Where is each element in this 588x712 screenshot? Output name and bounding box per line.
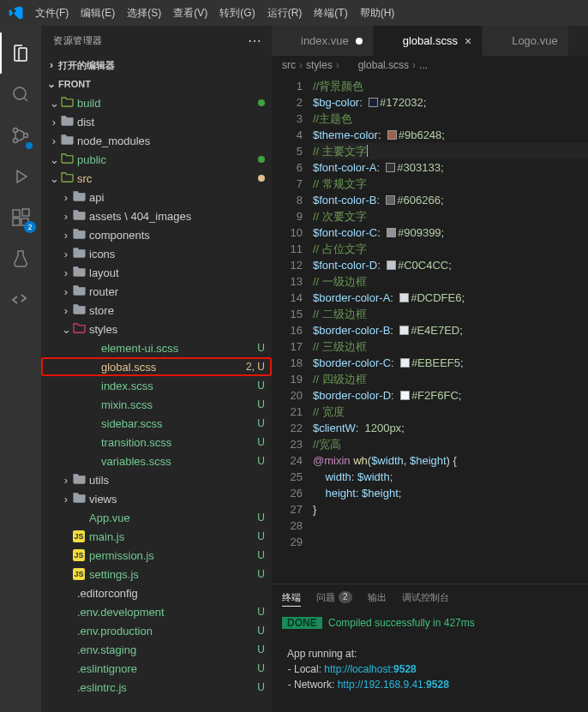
section-workspace[interactable]: ⌄ FRONT [41, 75, 272, 93]
git-status-badge: U [257, 568, 265, 580]
tree-folder[interactable]: ⌄build [41, 93, 272, 112]
tree-folder[interactable]: ›store [41, 301, 272, 320]
panel-tab[interactable]: 问题2 [316, 591, 352, 604]
color-swatch-icon [399, 326, 409, 335]
tree-file[interactable]: .eslintrc.jsU [41, 678, 272, 697]
menu-item[interactable]: 选择(S) [121, 7, 167, 19]
terminal-output[interactable]: DONE Compiled successfully in 427ms App … [272, 610, 588, 712]
menu-bar: 文件(F)编辑(E)选择(S)查看(V)转到(G)运行(R)终端(T)帮助(H) [0, 0, 588, 26]
folder-icon [73, 247, 86, 260]
code-editor[interactable]: 1234567891011121314151617181920212223242… [272, 75, 588, 583]
folder-icon [73, 322, 86, 336]
tree-label: element-ui.scss [101, 342, 254, 355]
breadcrumbs[interactable]: src›styles›sglobal.scss›... [272, 56, 588, 75]
tree-file[interactable]: stransition.scssU [41, 433, 272, 452]
tree-folder[interactable]: ⌄public [41, 150, 272, 169]
activity-explorer[interactable] [0, 33, 41, 74]
tree-label: dist [77, 116, 265, 129]
tree-folder[interactable]: ›utils [41, 470, 272, 489]
breadcrumb-item[interactable]: src [282, 59, 296, 71]
panel-tab[interactable]: 终端 [282, 591, 301, 607]
tree-file[interactable]: smixin.scssU [41, 395, 272, 414]
sidebar-header: 资源管理器 ⋯ [41, 26, 272, 56]
tree-label: App.vue [89, 512, 254, 524]
tree-label: node_modules [77, 135, 265, 147]
activity-debug[interactable] [0, 156, 41, 197]
breadcrumb-item[interactable]: styles [306, 59, 333, 71]
panel-tab[interactable]: 调试控制台 [402, 591, 449, 604]
tree-folder[interactable]: ›components [41, 225, 272, 244]
tree-folder[interactable]: ›assets \ 404_images [41, 206, 272, 225]
close-icon[interactable]: × [465, 34, 471, 48]
tree-label: variables.scss [101, 455, 254, 468]
color-swatch-icon [400, 358, 410, 368]
tree-file[interactable]: selement-ui.scssU [41, 338, 272, 357]
tree-folder[interactable]: ›layout [41, 263, 272, 282]
menu-item[interactable]: 终端(T) [308, 7, 353, 19]
chevron-right-icon: › [60, 248, 72, 260]
tree-file[interactable]: .eslintignoreU [41, 659, 272, 678]
chevron-right-icon: › [60, 210, 72, 223]
activity-testing[interactable] [0, 238, 41, 279]
breadcrumb-item[interactable]: global.scss [358, 59, 409, 71]
line-gutter: 1234567891011121314151617181920212223242… [272, 75, 313, 583]
file-tree[interactable]: ⌄build›dist›node_modules⌄public⌄src›api›… [41, 93, 272, 712]
tree-folder[interactable]: ›api [41, 188, 272, 206]
tree-label: .env.staging [77, 643, 254, 656]
tree-folder[interactable]: ⌄src [41, 169, 272, 188]
tree-folder[interactable]: ›node_modules [41, 131, 272, 150]
badge: 2 [24, 221, 36, 233]
git-status-badge: U [257, 662, 265, 674]
tree-file[interactable]: sglobal.scss2, U [41, 357, 272, 376]
breadcrumb-item[interactable]: ... [419, 59, 428, 71]
chevron-right-icon: › [60, 229, 72, 242]
tree-label: index.scss [101, 380, 254, 392]
code-text[interactable]: //背景颜色$bg-color: #172032;//主题色$theme-col… [313, 75, 588, 583]
chevron-down-icon: ⌄ [48, 153, 60, 166]
tree-folder[interactable]: ›icons [41, 244, 272, 263]
tree-folder[interactable]: ›dist [41, 112, 272, 131]
tree-file[interactable]: .env.stagingU [41, 640, 272, 659]
tree-file[interactable]: ssidebar.scssU [41, 414, 272, 433]
editor-area: index.vuesglobal.scss×Logo.vue src›style… [272, 26, 588, 712]
js-icon: JS [73, 549, 85, 561]
menu-item[interactable]: 编辑(E) [75, 7, 121, 19]
color-swatch-icon [399, 293, 409, 302]
svg-rect-7 [22, 209, 29, 216]
activity-search[interactable] [0, 74, 41, 115]
svg-rect-5 [13, 218, 20, 225]
activity-extensions[interactable]: 2 [0, 197, 41, 238]
tree-folder[interactable]: ⌄styles [41, 320, 272, 338]
tree-file[interactable]: svariables.scssU [41, 452, 272, 470]
git-status-badge: U [257, 417, 265, 429]
panel-tab[interactable]: 输出 [368, 591, 387, 604]
menu-item[interactable]: 帮助(H) [354, 7, 401, 19]
menu-item[interactable]: 查看(V) [167, 7, 213, 19]
tree-file[interactable]: JSpermission.jsU [41, 546, 272, 565]
tree-label: public [77, 153, 258, 166]
editor-tab[interactable]: index.vue [272, 26, 374, 56]
activity-remote[interactable] [0, 279, 41, 320]
menu-item[interactable]: 转到(G) [213, 7, 261, 19]
tree-folder[interactable]: ›router [41, 282, 272, 301]
tree-file[interactable]: JSsettings.jsU [41, 565, 272, 583]
git-status-badge: U [257, 455, 265, 467]
activity-scm[interactable] [0, 115, 41, 156]
tree-file[interactable]: .editorconfig [41, 583, 272, 602]
tree-file[interactable]: sindex.scssU [41, 376, 272, 395]
editor-tab[interactable]: Logo.vue [483, 26, 569, 56]
tree-file[interactable]: .env.productionU [41, 621, 272, 640]
section-open-editors[interactable]: › 打开的编辑器 [41, 56, 272, 75]
menu-item[interactable]: 运行(R) [261, 7, 309, 19]
tree-file[interactable]: JSmain.jsU [41, 527, 272, 546]
tree-label: src [77, 172, 258, 185]
menu-item[interactable]: 文件(F) [29, 7, 75, 19]
tree-file[interactable]: .env.developmentU [41, 602, 272, 621]
editor-tab[interactable]: sglobal.scss× [374, 26, 483, 56]
tree-folder[interactable]: ›views [41, 489, 272, 508]
color-swatch-icon [387, 130, 397, 140]
svg-point-1 [14, 129, 18, 133]
bottom-panel: 终端问题2输出调试控制台 DONE Compiled successfully … [272, 583, 588, 712]
more-actions-icon[interactable]: ⋯ [244, 33, 265, 49]
tree-file[interactable]: App.vueU [41, 508, 272, 527]
